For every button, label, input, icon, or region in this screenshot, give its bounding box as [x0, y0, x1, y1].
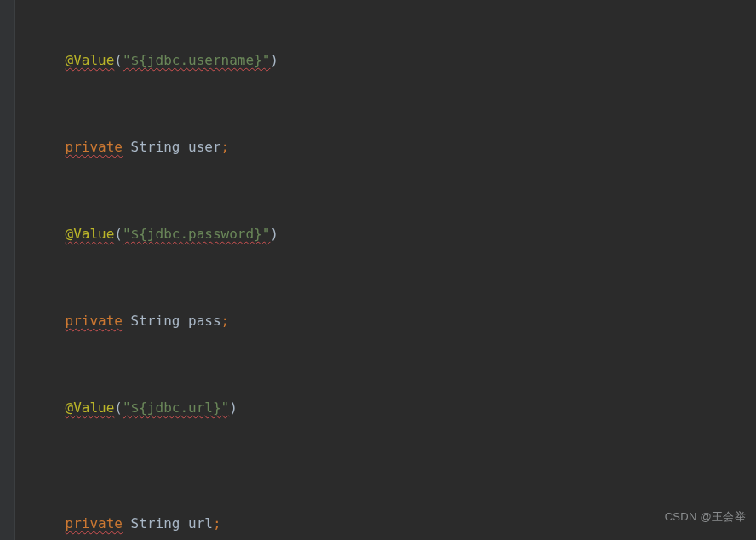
var-url: url: [188, 515, 213, 531]
rparen: ): [270, 52, 278, 68]
keyword-private: private: [66, 313, 123, 329]
lparen: (: [114, 226, 123, 242]
keyword-private: private: [66, 139, 123, 155]
var-pass: pass: [188, 313, 221, 329]
type-string: String: [131, 515, 180, 531]
code-line[interactable]: @Value("${jdbc.url}"): [15, 365, 756, 451]
lparen: (: [114, 52, 123, 68]
var-user: user: [188, 139, 221, 155]
annotation-value: @Value: [66, 399, 115, 416]
rparen: ): [229, 399, 238, 416]
semicolon: ;: [213, 515, 221, 531]
annotation-value: @Value: [66, 226, 115, 242]
type-string: String: [131, 139, 180, 155]
string-jdbc-url: "${jdbc.url}": [123, 399, 229, 416]
code-editor[interactable]: @Value("${jdbc.username}") private Strin…: [0, 0, 756, 540]
keyword-private: private: [66, 515, 123, 531]
semicolon: ;: [221, 313, 230, 329]
annotation-value: @Value: [66, 52, 115, 68]
code-line[interactable]: private String pass;: [15, 278, 756, 365]
lparen: (: [114, 399, 123, 416]
code-line[interactable]: @Value("${jdbc.password}"): [15, 191, 756, 278]
code-line[interactable]: @Value("${jdbc.username}"): [15, 17, 756, 104]
code-line[interactable]: private String user;: [15, 104, 756, 191]
string-jdbc-password: "${jdbc.password}": [123, 226, 270, 242]
string-jdbc-username: "${jdbc.username}": [123, 52, 270, 68]
type-string: String: [131, 313, 180, 329]
watermark-text: CSDN @王会举: [665, 503, 746, 531]
code-line[interactable]: private String url;: [15, 451, 756, 540]
rparen: ): [270, 226, 278, 242]
semicolon: ;: [221, 139, 230, 155]
